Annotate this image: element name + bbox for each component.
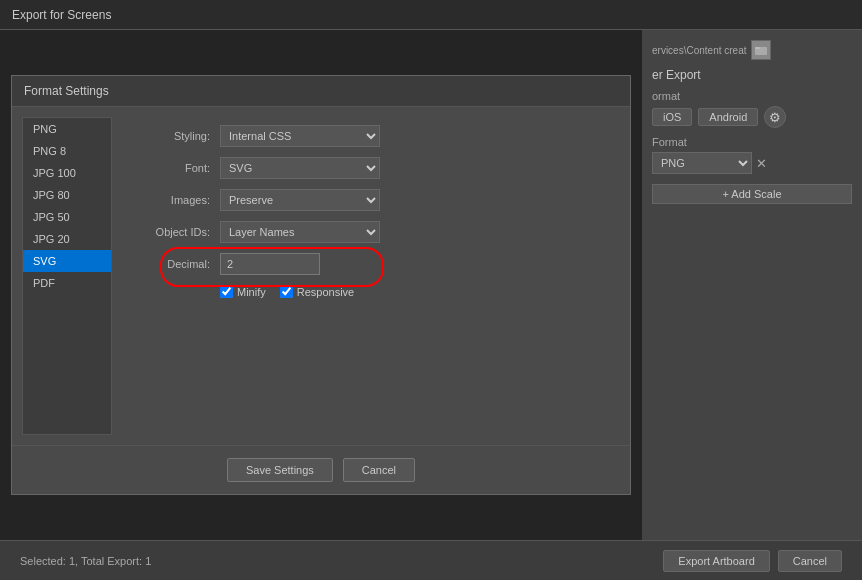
- android-tab[interactable]: Android: [698, 108, 758, 126]
- gear-icon[interactable]: ⚙: [764, 106, 786, 128]
- object-ids-row: Object IDs: Layer Names Minimal Unique: [130, 221, 612, 243]
- format-item-svg[interactable]: SVG: [23, 250, 111, 272]
- path-row: ervices\Content creat: [652, 40, 852, 60]
- images-select[interactable]: Preserve Embed Link: [220, 189, 380, 211]
- styling-label: Styling:: [130, 130, 210, 142]
- folder-icon[interactable]: [751, 40, 771, 60]
- bottom-buttons: Export Artboard Cancel: [663, 550, 842, 572]
- modal-footer: Save Settings Cancel: [12, 445, 630, 494]
- modal-overlay: Format Settings PNG PNG 8 JPG 100 JPG 80…: [0, 30, 642, 540]
- responsive-checkbox-label[interactable]: Responsive: [280, 285, 354, 298]
- remove-format-button[interactable]: ✕: [756, 156, 767, 171]
- title-text: Export for Screens: [12, 8, 111, 22]
- export-row: er Export: [652, 68, 852, 82]
- add-scale-button[interactable]: + Add Scale: [652, 184, 852, 204]
- format-item-jpg80[interactable]: JPG 80: [23, 184, 111, 206]
- decimal-highlight: [220, 253, 320, 275]
- scale-format-label: Format: [652, 136, 852, 148]
- settings-area: Styling: Internal CSS Inline Style Prese…: [122, 117, 620, 435]
- images-label: Images:: [130, 194, 210, 206]
- checkbox-row: Minify Responsive: [220, 285, 612, 298]
- save-settings-button[interactable]: Save Settings: [227, 458, 333, 482]
- responsive-checkbox[interactable]: [280, 285, 293, 298]
- minify-checkbox[interactable]: [220, 285, 233, 298]
- modal-title: Format Settings: [12, 76, 630, 107]
- images-row: Images: Preserve Embed Link: [130, 189, 612, 211]
- title-bar: Export for Screens: [0, 0, 862, 30]
- format-item-pdf[interactable]: PDF: [23, 272, 111, 294]
- cancel-button[interactable]: Cancel: [343, 458, 415, 482]
- minify-label: Minify: [237, 286, 266, 298]
- styling-select[interactable]: Internal CSS Inline Style Presentation A…: [220, 125, 380, 147]
- decimal-input[interactable]: [220, 253, 320, 275]
- format-item-jpg20[interactable]: JPG 20: [23, 228, 111, 250]
- decimal-label: Decimal:: [130, 258, 210, 270]
- scale-format-row: PNG JPG SVG PDF ✕: [652, 152, 852, 174]
- right-panel: ervices\Content creat er Export ormat iO…: [642, 30, 862, 580]
- export-text: er Export: [652, 68, 701, 82]
- scale-format-select[interactable]: PNG JPG SVG PDF: [652, 152, 752, 174]
- path-text: ervices\Content creat: [652, 45, 747, 56]
- object-ids-label: Object IDs:: [130, 226, 210, 238]
- minify-checkbox-label[interactable]: Minify: [220, 285, 266, 298]
- format-list: PNG PNG 8 JPG 100 JPG 80 JPG 50 JPG 20 S…: [22, 117, 112, 435]
- status-text: Selected: 1, Total Export: 1: [20, 555, 151, 567]
- svg-rect-1: [755, 47, 760, 49]
- font-label: Font:: [130, 162, 210, 174]
- styling-row: Styling: Internal CSS Inline Style Prese…: [130, 125, 612, 147]
- format-item-png[interactable]: PNG: [23, 118, 111, 140]
- format-item-png8[interactable]: PNG 8: [23, 140, 111, 162]
- format-section: ormat: [652, 90, 852, 102]
- format-settings-modal: Format Settings PNG PNG 8 JPG 100 JPG 80…: [11, 75, 631, 495]
- bottom-bar: Selected: 1, Total Export: 1 Export Artb…: [0, 540, 862, 580]
- format-item-jpg50[interactable]: JPG 50: [23, 206, 111, 228]
- modal-body: PNG PNG 8 JPG 100 JPG 80 JPG 50 JPG 20 S…: [12, 107, 630, 445]
- font-row: Font: SVG Convert to Outline: [130, 157, 612, 179]
- ios-tab[interactable]: iOS: [652, 108, 692, 126]
- object-ids-select[interactable]: Layer Names Minimal Unique: [220, 221, 380, 243]
- platform-row: iOS Android ⚙: [652, 106, 852, 128]
- font-select[interactable]: SVG Convert to Outline: [220, 157, 380, 179]
- format-item-jpg100[interactable]: JPG 100: [23, 162, 111, 184]
- bottom-cancel-button[interactable]: Cancel: [778, 550, 842, 572]
- decimal-row: Decimal:: [130, 253, 612, 275]
- responsive-label: Responsive: [297, 286, 354, 298]
- export-artboard-button[interactable]: Export Artboard: [663, 550, 769, 572]
